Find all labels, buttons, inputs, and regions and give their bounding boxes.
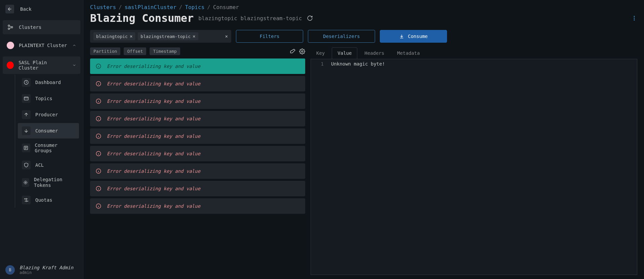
- svg-point-8: [28, 201, 28, 201]
- svg-point-12: [301, 50, 303, 52]
- record-text: Error deserializing key and value: [107, 186, 200, 191]
- svg-point-6: [25, 182, 26, 183]
- breadcrumb-link[interactable]: saslPlainCluster: [125, 4, 176, 10]
- topic-chips[interactable]: blazingtopic × blazingstream-topic × ×: [90, 30, 231, 43]
- groups-icon: [22, 144, 30, 152]
- user-footer[interactable]: B Blazing Kraft Admin admin: [0, 261, 83, 279]
- svg-rect-4: [24, 97, 28, 100]
- quotas-icon: [22, 196, 31, 204]
- shield-icon: [22, 161, 31, 169]
- sidebar-item-label: Delegation Tokens: [34, 177, 75, 188]
- eraser-icon[interactable]: [290, 48, 296, 54]
- refresh-icon[interactable]: [307, 15, 313, 21]
- filters-button[interactable]: Filters: [236, 30, 303, 43]
- editor[interactable]: 1 Unknown magic byte!: [311, 59, 637, 275]
- sidebar-item-label: ACL: [35, 162, 44, 168]
- record-text: Error deserializing key and value: [107, 133, 200, 139]
- tabs: Key Value Headers Metadata: [311, 47, 637, 59]
- sidebar-item-producer[interactable]: Producer: [18, 107, 79, 122]
- sidebar: Back Clusters PLAINTEXT Cluster SASL Pla…: [0, 0, 83, 279]
- record-row[interactable]: Error deserializing key and value: [90, 146, 305, 161]
- info-icon: [95, 81, 102, 87]
- chip-label: blazingstream-topic: [140, 34, 191, 39]
- sidebar-item-topics[interactable]: Topics: [18, 91, 79, 106]
- sidebar-item-label: Dashboard: [35, 80, 61, 85]
- sidebar-cluster-plaintext[interactable]: PLAINTEXT Cluster: [3, 38, 80, 52]
- arrow-left-icon: [5, 5, 14, 13]
- deserializers-button[interactable]: Deserializers: [308, 30, 375, 43]
- chip: blazingstream-topic ×: [138, 32, 198, 40]
- record-row[interactable]: Error deserializing key and value: [90, 111, 305, 126]
- svg-point-1: [8, 28, 10, 30]
- clusters-icon: [7, 24, 14, 31]
- record-row[interactable]: Error deserializing key and value: [90, 93, 305, 109]
- clusters-label: Clusters: [19, 25, 41, 30]
- record-row[interactable]: Error deserializing key and value: [90, 58, 305, 74]
- user-role: admin: [19, 270, 73, 275]
- sidebar-item-label: Producer: [35, 112, 58, 117]
- chip-remove-icon[interactable]: ×: [130, 34, 132, 39]
- line-number: 1: [311, 59, 328, 275]
- clear-all-icon[interactable]: ×: [225, 34, 228, 39]
- back-button[interactable]: Back: [0, 0, 83, 18]
- record-text: Error deserializing key and value: [107, 151, 200, 156]
- tab-key[interactable]: Key: [311, 47, 330, 59]
- record-row[interactable]: Error deserializing key and value: [90, 181, 305, 196]
- sidebar-item-consumer[interactable]: Consumer: [18, 123, 79, 138]
- back-label: Back: [20, 6, 32, 12]
- svg-point-11: [634, 19, 635, 21]
- svg-point-7: [25, 199, 25, 199]
- record-row[interactable]: Error deserializing key and value: [90, 76, 305, 91]
- breadcrumb-link[interactable]: Clusters: [90, 4, 116, 10]
- svg-point-10: [634, 18, 635, 19]
- col-partition: Partition: [90, 47, 120, 55]
- info-icon: [95, 116, 102, 122]
- col-offset: Offset: [124, 47, 146, 55]
- producer-icon: [22, 110, 31, 119]
- cluster-dot-icon: [7, 42, 14, 49]
- consume-button[interactable]: Consume: [380, 30, 447, 43]
- sidebar-item-delegation-tokens[interactable]: Delegation Tokens: [18, 173, 79, 192]
- cluster-sasl-label: SASL Plain Cluster: [18, 60, 68, 71]
- chevron-down-icon: [72, 63, 76, 67]
- avatar: B: [5, 265, 15, 275]
- record-row[interactable]: Error deserializing key and value: [90, 163, 305, 179]
- records-list: Error deserializing key and valueError d…: [90, 58, 305, 214]
- more-menu-icon[interactable]: [631, 15, 637, 21]
- chip-remove-icon[interactable]: ×: [193, 34, 195, 39]
- info-icon: [95, 133, 102, 139]
- breadcrumb-link[interactable]: Topics: [185, 4, 204, 10]
- sidebar-item-consumer-groups[interactable]: Consumer Groups: [18, 139, 79, 157]
- svg-point-2: [11, 27, 13, 28]
- record-text: Error deserializing key and value: [107, 64, 200, 69]
- breadcrumb-sep: /: [207, 4, 210, 10]
- tab-value[interactable]: Value: [332, 47, 357, 59]
- record-row[interactable]: Error deserializing key and value: [90, 128, 305, 144]
- breadcrumb: Clusters / saslPlainCluster / Topics / C…: [90, 4, 637, 10]
- sidebar-clusters[interactable]: Clusters: [3, 20, 80, 34]
- main-content: Clusters / saslPlainCluster / Topics / C…: [83, 0, 644, 279]
- gear-icon[interactable]: [299, 48, 305, 54]
- chevron-up-icon: [72, 43, 76, 47]
- sidebar-item-dashboard[interactable]: Dashboard: [18, 75, 79, 90]
- col-timestamp: Timestamp: [150, 47, 180, 55]
- page-title: Blazing Consumer: [90, 12, 194, 25]
- consumer-icon: [22, 126, 31, 135]
- sidebar-item-quotas[interactable]: Quotas: [18, 192, 79, 208]
- cluster-dot-icon: [7, 62, 14, 69]
- title-subtitle: blazingtopic blazingstream-topic: [198, 15, 302, 22]
- info-icon: [95, 63, 102, 69]
- info-icon: [95, 186, 102, 192]
- tab-headers[interactable]: Headers: [359, 47, 390, 59]
- record-row[interactable]: Error deserializing key and value: [90, 198, 305, 214]
- dashboard-icon: [22, 78, 31, 87]
- tab-metadata[interactable]: Metadata: [391, 47, 425, 59]
- sidebar-cluster-sasl[interactable]: SASL Plain Cluster: [3, 56, 80, 74]
- record-text: Error deserializing key and value: [107, 81, 200, 86]
- breadcrumb-sep: /: [179, 4, 183, 10]
- record-text: Error deserializing key and value: [107, 98, 200, 104]
- user-name: Blazing Kraft Admin: [19, 265, 73, 270]
- sidebar-subitems: Dashboard Topics Producer Consumer Consu…: [15, 75, 80, 208]
- breadcrumb-current: Consumer: [213, 4, 239, 10]
- sidebar-item-acl[interactable]: ACL: [18, 157, 79, 173]
